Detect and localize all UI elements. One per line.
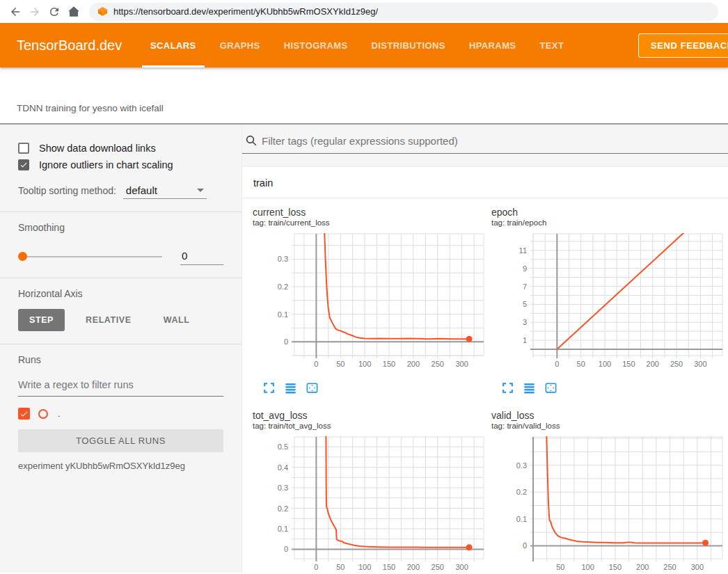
current-loss-chart[interactable]: 05010015020025030000.10.20.3	[253, 230, 487, 377]
svg-text:200: 200	[647, 360, 659, 368]
svg-text:0: 0	[284, 337, 288, 346]
toggle-all-runs-button[interactable]: TOGGLE ALL RUNS	[18, 429, 223, 452]
runs-list-icon[interactable]	[523, 381, 536, 394]
slider-thumb[interactable]	[18, 252, 27, 261]
svg-text:0.1: 0.1	[278, 310, 288, 319]
experiment-title: TDNN training for yesno with icefall	[0, 103, 164, 123]
svg-text:0.1: 0.1	[516, 515, 527, 523]
svg-text:150: 150	[609, 563, 622, 571]
svg-text:0.3: 0.3	[516, 461, 527, 470]
filter-tags-input[interactable]	[262, 135, 728, 147]
tab-hparams[interactable]: HPARAMS	[461, 23, 525, 67]
chart-epoch: epoch tag: train/epoch 05010015020025030…	[491, 207, 726, 396]
tooltip-sorting-label: Tooltip sorting method:	[18, 185, 116, 196]
tab-text[interactable]: TEXT	[531, 23, 572, 67]
axis-relative-button[interactable]: RELATIVE	[74, 309, 143, 331]
svg-text:250: 250	[432, 563, 444, 571]
runs-label: Runs	[18, 354, 223, 365]
smoothing-slider[interactable]	[18, 256, 162, 257]
brand-logo[interactable]: TensorBoard.dev	[0, 38, 142, 54]
horizontal-axis-label: Horizontal Axis	[18, 288, 223, 299]
back-icon[interactable]	[6, 2, 25, 22]
tab-scalars[interactable]: SCALARS	[142, 23, 205, 67]
svg-text:50: 50	[556, 563, 564, 571]
svg-text:0.4: 0.4	[278, 463, 288, 472]
experiment-title-bar: TDNN training for yesno with icefall	[0, 67, 728, 125]
chart-current-loss: current_loss tag: train/current_loss 050…	[253, 207, 487, 396]
tab-histograms[interactable]: HISTOGRAMS	[276, 23, 356, 67]
svg-text:300: 300	[455, 360, 468, 368]
svg-text:100: 100	[358, 360, 371, 368]
svg-text:9: 9	[523, 264, 527, 273]
svg-text:300: 300	[694, 360, 706, 368]
nav-tabs: SCALARS GRAPHS HISTOGRAMS DISTRIBUTIONS …	[142, 23, 579, 67]
svg-text:0.3: 0.3	[278, 484, 288, 492]
chart-valid-loss: valid_loss tag: train/valid_loss 5010015…	[491, 410, 726, 573]
expand-chart-icon[interactable]	[262, 381, 276, 394]
forward-icon[interactable]	[25, 2, 45, 22]
svg-text:50: 50	[336, 563, 345, 571]
svg-text:5: 5	[523, 300, 527, 308]
svg-text:0: 0	[314, 360, 318, 368]
settings-sidebar: Show data download links Ignore outliers…	[0, 125, 242, 573]
tot-avg-loss-chart[interactable]: 05010015020025030000.10.20.30.40.5	[253, 433, 487, 573]
svg-text:0.2: 0.2	[278, 504, 288, 513]
train-section-card: train current_loss tag: train/current_lo…	[242, 167, 728, 573]
smoothing-value-input[interactable]	[180, 248, 223, 265]
svg-text:150: 150	[622, 360, 635, 368]
filter-tags-row	[242, 125, 728, 154]
main-panel: train current_loss tag: train/current_lo…	[242, 125, 728, 573]
axis-wall-button[interactable]: WALL	[152, 309, 201, 331]
chevron-down-icon	[197, 189, 204, 192]
checkbox-checked-icon	[18, 159, 29, 170]
show-download-links-checkbox[interactable]: Show data download links	[18, 143, 223, 154]
ignore-outliers-checkbox[interactable]: Ignore outliers in chart scaling	[18, 159, 223, 170]
svg-text:300: 300	[691, 563, 704, 571]
fit-domain-icon[interactable]	[544, 381, 557, 394]
svg-text:100: 100	[581, 563, 594, 571]
home-icon[interactable]	[64, 2, 84, 22]
svg-text:250: 250	[432, 360, 444, 368]
run-checkbox-checked-icon[interactable]	[18, 408, 30, 420]
svg-text:250: 250	[670, 360, 683, 368]
svg-text:150: 150	[383, 360, 395, 368]
reload-icon[interactable]	[45, 2, 64, 22]
tab-distributions[interactable]: DISTRIBUTIONS	[363, 23, 454, 67]
app-header: TensorBoard.dev SCALARS GRAPHS HISTOGRAM…	[0, 23, 728, 67]
checkbox-unchecked-icon	[18, 143, 29, 154]
svg-text:200: 200	[636, 563, 649, 571]
svg-text:100: 100	[599, 360, 611, 368]
runs-regex-input[interactable]	[18, 375, 223, 397]
experiment-id-text: experiment yKUbhb5wRmOSXYkId1z9eg	[18, 461, 223, 471]
svg-text:50: 50	[577, 360, 585, 368]
svg-text:0.3: 0.3	[278, 255, 288, 263]
run-color-swatch-icon	[38, 409, 48, 419]
svg-text:0.2: 0.2	[278, 282, 288, 291]
svg-text:0: 0	[314, 563, 318, 571]
svg-text:250: 250	[663, 563, 676, 571]
browser-toolbar: https://tensorboard.dev/experiment/yKUbh…	[0, 0, 728, 23]
run-row: .	[18, 408, 223, 420]
valid-loss-chart[interactable]: 5010015020025030000.10.20.3	[491, 433, 726, 573]
runs-list-icon[interactable]	[284, 381, 297, 394]
svg-text:50: 50	[336, 360, 345, 368]
fit-domain-icon[interactable]	[306, 381, 319, 394]
svg-text:0: 0	[555, 360, 559, 368]
smoothing-label: Smoothing	[18, 222, 223, 233]
epoch-chart[interactable]: 0501001502002503001357911	[491, 230, 726, 377]
run-name: .	[58, 408, 61, 419]
search-icon	[245, 134, 258, 147]
tab-graphs[interactable]: GRAPHS	[212, 23, 269, 67]
svg-text:200: 200	[407, 563, 420, 571]
tooltip-sorting-dropdown[interactable]: default	[123, 184, 207, 199]
address-bar[interactable]: https://tensorboard.dev/experiment/yKUbh…	[89, 3, 718, 21]
svg-text:0.1: 0.1	[278, 525, 288, 533]
svg-text:0: 0	[523, 541, 527, 550]
axis-step-button[interactable]: STEP	[18, 309, 65, 331]
send-feedback-button[interactable]: SEND FEEDBACK	[638, 33, 728, 58]
expand-chart-icon[interactable]	[501, 381, 514, 394]
svg-text:3: 3	[523, 318, 527, 326]
svg-text:300: 300	[455, 563, 468, 571]
section-title[interactable]: train	[242, 167, 728, 198]
svg-text:1: 1	[523, 336, 527, 344]
